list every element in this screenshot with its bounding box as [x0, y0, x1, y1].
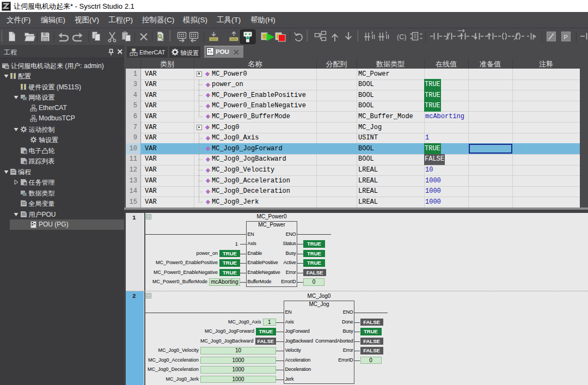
- svg-text:P: P: [564, 34, 568, 40]
- svg-text:(C): (C): [397, 33, 406, 41]
